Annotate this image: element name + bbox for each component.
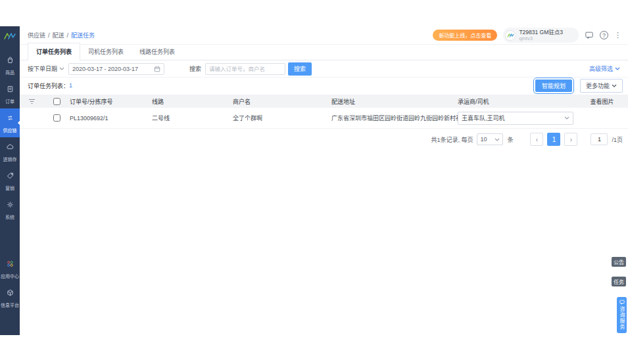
list-title: 订单任务列表：: [28, 81, 69, 90]
search-input[interactable]: [205, 63, 285, 75]
customer-service-label: 咨询服务: [618, 306, 625, 330]
chevron-down-icon: [495, 138, 500, 141]
floating-task-badge[interactable]: 任务: [612, 277, 626, 286]
sidebar-item-info-platform[interactable]: 信息平台: [0, 283, 20, 312]
more-options-icon[interactable]: ⋮: [614, 31, 621, 39]
chevron-down-icon: [615, 67, 620, 70]
sidebar-item-label: 订单: [5, 98, 14, 104]
floating-notice-badge[interactable]: 公告: [612, 257, 626, 267]
tab-driver-tasks[interactable]: 司机任务列表: [80, 43, 132, 60]
goods-icon: [6, 55, 14, 67]
more-actions-button[interactable]: 更多功能: [580, 79, 623, 93]
sidebar-item-marketing[interactable]: 营销: [0, 166, 20, 195]
sidebar-item-label: 供应链: [3, 127, 16, 133]
col-merchant-header: 商户名: [233, 97, 331, 106]
sidebar-item-inventory[interactable]: 进销存: [0, 137, 20, 166]
topbar: 供应链 / 配送 / 配送任务 新功能上线，点击查看: [20, 26, 628, 45]
table-header: 订单号/分拣序号 线路 商户名 配送地址 承运商/司机 查看图片: [20, 95, 628, 108]
table-row: PL13009692/1 二号线 全了个群啊 广东省深圳市福田区园岭街道园岭九街…: [20, 108, 628, 129]
chat-bubble-icon: [619, 300, 625, 305]
breadcrumb-current[interactable]: 配送任务: [71, 31, 95, 39]
sidebar-item-label: 商品: [5, 69, 14, 76]
next-page-button[interactable]: ›: [564, 133, 577, 146]
info-platform-icon: [6, 288, 14, 300]
system-gear-icon: [6, 200, 14, 212]
task-tabs: 订单任务列表 司机任务列表 线路任务列表: [20, 45, 628, 60]
pagination: 共1条记录, 每页 10 条 ‹ 1 › /1页: [431, 133, 623, 146]
calendar-icon: [154, 66, 160, 72]
date-type-select[interactable]: 按下单日期: [28, 64, 64, 73]
carrier-driver-value: 王喜车队,王司机: [462, 114, 505, 122]
new-feature-promo-button[interactable]: 新功能上线，点击查看: [433, 30, 497, 41]
breadcrumb-level1[interactable]: 供应链: [28, 31, 45, 39]
select-all-checkbox[interactable]: [53, 98, 60, 105]
carrier-driver-select[interactable]: 王喜车队,王司机: [458, 112, 573, 125]
col-photos-header: 查看图片: [576, 97, 628, 106]
sidebar-item-supply-chain[interactable]: 供应链: [0, 108, 20, 137]
brand-logo-icon: [3, 31, 16, 43]
chevron-down-icon: [612, 84, 617, 87]
smart-plan-button[interactable]: 智能规划: [535, 80, 572, 92]
tab-order-tasks[interactable]: 订单任务列表: [28, 43, 80, 60]
customer-service-tab[interactable]: 咨询服务: [617, 297, 627, 333]
sidebar: 商品 订单 供应链: [0, 26, 20, 335]
more-actions-label: 更多功能: [586, 81, 610, 90]
breadcrumb-separator: /: [67, 32, 69, 39]
main-area: 供应链 / 配送 / 配送任务 新功能上线，点击查看: [20, 26, 628, 335]
user-account: qmtv3: [519, 36, 563, 41]
advanced-filter-toggle[interactable]: 高级筛选: [589, 64, 620, 73]
tab-route-tasks[interactable]: 线路任务列表: [132, 43, 183, 60]
col-order-header: 订单号/分拣序号: [70, 97, 152, 106]
row-checkbox[interactable]: [53, 114, 60, 122]
column-filter-icon[interactable]: [20, 99, 43, 104]
total-pages-label: /1页: [612, 135, 623, 144]
advanced-filter-label: 高级筛选: [589, 64, 613, 73]
screen: 商品 订单 供应链: [0, 0, 628, 364]
sidebar-item-label: 应用中心: [1, 273, 19, 279]
chevron-down-icon: [564, 116, 569, 120]
page-jump-input[interactable]: [591, 133, 608, 145]
pagination-summary: 共1条记录, 每页: [431, 135, 473, 144]
breadcrumb: 供应链 / 配送 / 配送任务: [28, 31, 95, 39]
list-toolbar: 订单任务列表： 1 智能规划 更多功能: [20, 78, 628, 93]
date-range-value: 2020-03-17 - 2020-03-17: [72, 66, 138, 72]
col-carrier-header: 承运商/司机: [458, 97, 576, 106]
page-1-button[interactable]: 1: [547, 133, 560, 146]
app-window: 商品 订单 供应链: [0, 26, 628, 335]
user-menu[interactable]: T29831 GM驻点3 qmtv3: [503, 28, 579, 42]
sidebar-item-label: 信息平台: [1, 302, 19, 308]
orders-icon: [6, 84, 14, 96]
search-label: 搜索: [189, 64, 201, 73]
sidebar-bottom-group: 应用中心 信息平台: [0, 254, 20, 312]
per-page-select[interactable]: 10: [477, 133, 503, 145]
filter-bar: 按下单日期 2020-03-17 - 2020-03-17 搜索 搜索 高级筛选: [20, 60, 628, 78]
sidebar-item-goods[interactable]: 商品: [0, 51, 20, 80]
app-center-icon: [6, 259, 14, 271]
date-type-label: 按下单日期: [28, 64, 57, 73]
sidebar-item-orders[interactable]: 订单: [0, 80, 20, 108]
cell-address: 广东省深圳市福田区园岭街道园岭九街园岭新村社区: [331, 114, 458, 122]
cell-merchant: 全了个群啊: [233, 114, 331, 122]
col-line-header: 线路: [152, 97, 233, 106]
marketing-icon: [6, 171, 14, 183]
date-range-input[interactable]: 2020-03-17 - 2020-03-17: [68, 63, 164, 75]
sidebar-item-system[interactable]: 系统: [0, 195, 20, 224]
sidebar-item-app-center[interactable]: 应用中心: [0, 254, 20, 283]
message-icon[interactable]: [585, 31, 594, 39]
cell-line: 二号线: [152, 114, 233, 122]
avatar: [505, 30, 516, 41]
breadcrumb-level2[interactable]: 配送: [53, 31, 64, 39]
breadcrumb-separator: /: [48, 32, 50, 39]
topbar-right: 新功能上线，点击查看 T29831 GM驻点3 qmtv3: [433, 28, 621, 42]
inventory-icon: [6, 142, 14, 154]
cell-order-number: PL13009692/1: [70, 115, 152, 122]
list-count: 1: [69, 82, 72, 89]
search-button[interactable]: 搜索: [288, 62, 312, 76]
sidebar-item-label: 营销: [5, 185, 14, 191]
help-icon[interactable]: ?: [600, 31, 608, 39]
supply-chain-icon: [6, 113, 14, 125]
prev-page-button[interactable]: ‹: [530, 133, 543, 146]
sidebar-item-label: 进销存: [3, 156, 16, 162]
sidebar-item-label: 系统: [5, 214, 14, 220]
chevron-down-icon: [59, 67, 64, 70]
